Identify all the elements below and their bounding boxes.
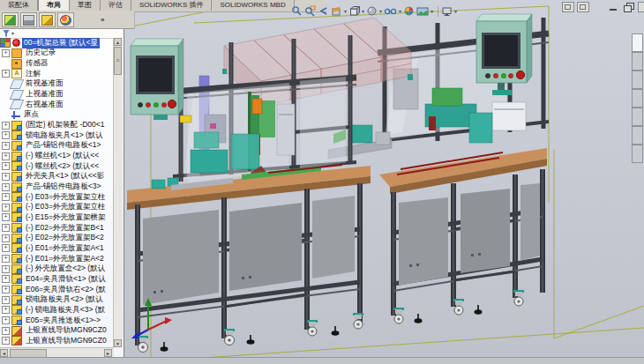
button-green[interactable] [154,102,158,107]
task-pane-tab[interactable] [632,33,643,52]
tree-item[interactable]: +(-) E02=外壳放置架B<2 [0,233,114,243]
tree-item[interactable]: +锁电路板夹具<1> (默认 [0,130,114,141]
tree-expander-icon[interactable]: + [2,152,10,160]
tree-item[interactable]: +(-) 外壳放置盒<2> (默认 [0,264,114,274]
tree-expander-icon[interactable]: + [2,244,10,252]
appearance-icon[interactable] [57,12,74,27]
tree-item[interactable]: +E04=夹具滑轨<1> (默认 [0,274,114,285]
display-style-icon[interactable]: ▾ [366,5,382,17]
mate-icon[interactable] [20,12,37,27]
selector-knob[interactable] [485,73,490,78]
tree-item[interactable]: +产品-锡铝件电路板<3> [0,182,114,192]
view-settings-icon[interactable]: ▾ [441,5,457,17]
tab-solidworks-mbd[interactable]: SOLIDWORKS MBD [212,0,294,11]
button-green[interactable] [501,73,505,78]
scroll-left-icon[interactable]: ◄ [0,349,8,357]
tree-expander-icon[interactable]: + [2,204,10,212]
restore-button[interactable] [623,3,634,11]
view-orientation-icon[interactable]: ▾ [348,5,364,17]
tree-expander-icon[interactable]: + [2,306,10,314]
tree-item[interactable]: +(-) E03=外壳放置架立柱 [0,203,114,213]
close-button[interactable] [638,2,644,12]
tree-item[interactable]: +(-) E02=外壳放置架B<1 [0,223,114,234]
tree-expander-icon[interactable]: + [2,286,10,293]
scroll-up-icon[interactable]: ▲ [114,38,122,46]
pane-toggle-right-icon[interactable] [577,2,589,12]
task-pane-tab[interactable] [632,71,643,89]
tree-expander-icon[interactable]: + [2,183,10,191]
scrollbar-thumb[interactable] [114,47,122,75]
tree-item[interactable]: +E05=夹具推送板<1>-> [0,316,114,326]
task-pane-tab[interactable] [632,145,643,163]
task-pane-tab[interactable] [632,89,643,108]
tab-assembly[interactable]: 装配体 [0,0,38,11]
tree-expander-icon[interactable]: + [2,49,10,57]
tree-item[interactable]: +(-) E01=外壳放置架A<1 [0,243,114,254]
task-pane-tab[interactable] [632,126,643,145]
tree-item[interactable]: +产品-锡铝件电路板<1> [0,141,114,152]
tree-item[interactable]: 上视基准面 [0,89,114,100]
tree-item[interactable]: 前视基准面 [0,79,114,90]
button-red[interactable] [161,102,166,107]
tree-item[interactable]: +(-) 螺丝机<1> (默认<< [0,151,114,161]
apply-scene-icon[interactable]: ▾ [416,5,433,17]
hmi-panel-right[interactable] [476,14,532,95]
button-red[interactable] [508,73,513,78]
edit-appearance-icon[interactable] [403,5,415,17]
tree-expander-icon[interactable]: + [2,142,10,150]
tree-item[interactable]: +上银直线导轨MGN9CZ0 [0,336,114,346]
minimize-button[interactable] [608,3,619,11]
tree-expander-icon[interactable]: + [2,255,10,263]
tree-expander-icon[interactable]: + [2,296,10,304]
tree-expander-icon[interactable]: + [2,224,10,232]
tree-expander-icon[interactable]: + [2,193,10,201]
selector-knob[interactable] [138,102,142,107]
tab-sketch[interactable]: 草图 [70,0,101,11]
tab-evaluate[interactable]: 评估 [101,0,131,11]
tree-item[interactable]: +历史记录 [0,48,114,59]
tree-item[interactable]: +(-) E01=外壳放置架A<2 [0,254,114,264]
tree-expander-icon[interactable]: + [2,213,10,221]
tree-expander-icon[interactable]: + [2,162,10,170]
tree-item[interactable]: +外壳夹具<1> (默认<<影 [0,172,114,182]
tree-item[interactable]: +E06=夹具滑轨右<2> (默 [0,285,114,295]
tree-item[interactable]: +(固定) 机架装配 -D00<1 [0,120,114,130]
tree-item[interactable]: 原点 [0,110,114,121]
tree-item[interactable]: +(-) 锁电路板夹具<3> (默 [0,305,114,316]
tree-item[interactable]: +注解 [0,69,114,79]
toolbar-overflow-button[interactable]: » [101,16,104,24]
filter-funnel-icon[interactable] [3,30,10,37]
tree-item[interactable]: 00=机架总装 (默认<显 [0,38,114,48]
scroll-right-icon[interactable]: ► [104,349,112,357]
emergency-stop-button[interactable] [516,71,524,78]
scroll-down-icon[interactable]: ▼ [114,339,122,347]
hmi-panel-left[interactable] [131,39,183,120]
filter-dropdown-icon[interactable]: ▾ [11,30,14,36]
tree-item[interactable]: +(-) E15=外壳放置架横架 [0,212,114,223]
emergency-stop-button[interactable] [168,100,176,108]
move-component-icon[interactable] [39,12,56,27]
task-pane-tab[interactable] [632,52,643,71]
button-red[interactable] [493,73,498,78]
insert-component-icon[interactable] [2,12,19,27]
task-pane-tab[interactable] [632,108,643,126]
tree-vertical-scrollbar[interactable]: ▲ ▼ [113,38,123,347]
previous-view-icon[interactable] [318,5,329,17]
tab-layout[interactable]: 布局 [38,0,70,11]
pane-toggle-left-icon[interactable] [562,2,574,12]
zoom-area-icon[interactable] [304,5,316,17]
zoom-fit-icon[interactable] [291,5,303,17]
tree-item[interactable]: +上银直线导轨MGN9CZ0 [0,325,114,336]
tree-expander-icon[interactable]: + [2,70,10,78]
tree-expander-icon[interactable]: + [2,316,10,324]
graphics-area[interactable] [118,0,644,364]
tree-expander-icon[interactable]: + [2,275,10,283]
tree-expander-icon[interactable]: + [2,131,10,139]
tree-item[interactable]: +(-) 螺丝机<2> (默认<< [0,161,114,172]
tree-item[interactable]: 右视基准面 [0,100,114,110]
section-view-icon[interactable]: ▾ [331,5,347,17]
tree-expander-icon[interactable]: + [2,173,10,181]
tree-expander-icon[interactable]: + [2,327,10,335]
tree-expander-icon[interactable]: + [2,265,10,273]
tree-item[interactable]: 传感器 [0,58,114,69]
